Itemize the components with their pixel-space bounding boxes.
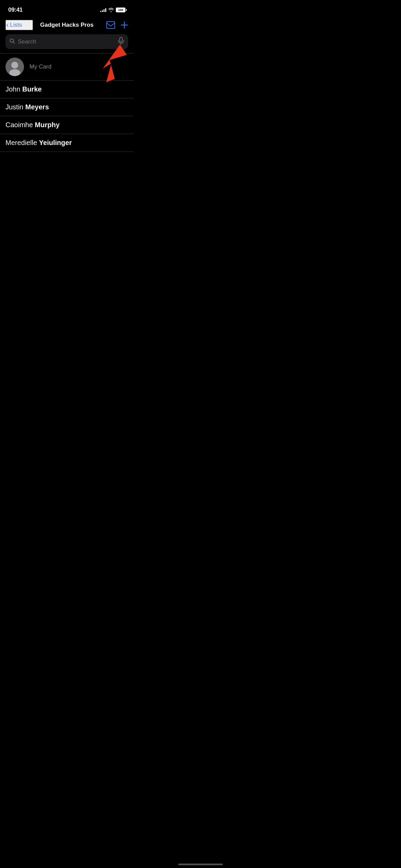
my-card-row[interactable]: My Card	[0, 53, 134, 81]
mail-button[interactable]	[106, 21, 115, 29]
contact-name: Caoimhe Murphy	[5, 121, 60, 129]
mic-icon	[118, 37, 124, 45]
status-time: 09:41	[8, 7, 23, 13]
search-bar	[5, 34, 128, 49]
search-input[interactable]	[18, 38, 115, 45]
plus-icon	[121, 21, 128, 29]
wifi-icon	[108, 8, 114, 12]
back-label: Lists	[10, 22, 22, 28]
page-title: Gadget Hacks Pros	[33, 22, 101, 28]
svg-point-5	[9, 69, 20, 76]
back-button[interactable]: ‹ Lists	[5, 20, 33, 30]
contact-name: John Burke	[5, 85, 42, 93]
svg-rect-0	[107, 22, 115, 28]
person-icon	[5, 58, 24, 76]
search-icon	[10, 38, 15, 45]
list-item[interactable]: Justin Meyers	[0, 98, 134, 116]
status-icons: 100	[100, 8, 125, 12]
my-card-label: My Card	[29, 63, 51, 70]
avatar	[5, 58, 24, 76]
mic-button[interactable]	[118, 37, 124, 46]
mail-icon	[106, 21, 115, 29]
contact-name: Meredielle Yeiulinger	[5, 139, 72, 147]
svg-rect-3	[120, 37, 122, 42]
contact-list: My Card John Burke Justin Meyers Caoimhe…	[0, 53, 134, 152]
nav-actions	[101, 21, 128, 29]
status-bar: 09:41 100	[0, 0, 134, 17]
battery-icon: 100	[116, 8, 125, 12]
nav-bar: ‹ Lists Gadget Hacks Pros	[0, 17, 134, 34]
signal-icon	[100, 8, 106, 12]
contact-name: Justin Meyers	[5, 103, 49, 111]
svg-point-4	[11, 62, 18, 69]
add-contact-button[interactable]	[121, 21, 128, 29]
list-item[interactable]: John Burke	[0, 81, 134, 98]
back-chevron-icon: ‹	[6, 21, 9, 29]
list-item[interactable]: Caoimhe Murphy	[0, 116, 134, 134]
search-container	[0, 34, 134, 53]
list-item[interactable]: Meredielle Yeiulinger	[0, 134, 134, 152]
